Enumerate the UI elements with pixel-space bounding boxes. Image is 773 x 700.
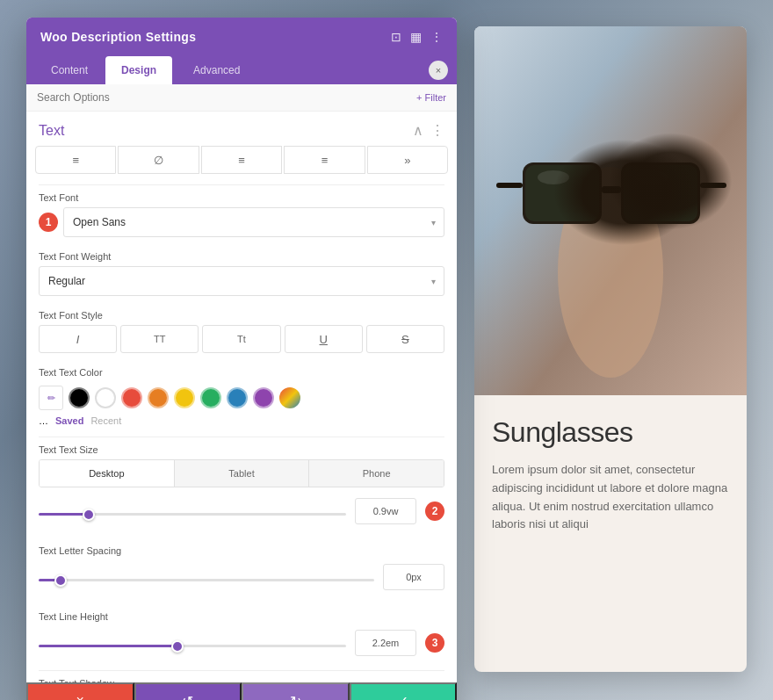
align-justify-btn[interactable]: ≡: [284, 146, 365, 174]
product-panel: Sunglasses Lorem ipsum dolor sit amet, c…: [474, 26, 747, 672]
italic-btn[interactable]: I: [39, 325, 117, 353]
color-purple[interactable]: [253, 387, 274, 408]
align-quote-btn[interactable]: »: [367, 146, 448, 174]
product-image: [474, 26, 747, 395]
text-font-group: Text Font 1 Open Sans ▾: [26, 185, 457, 244]
align-left-btn[interactable]: ≡: [35, 146, 116, 174]
text-font-weight-select[interactable]: Regular: [39, 266, 444, 296]
tab-design[interactable]: Design: [105, 56, 172, 84]
device-tabs: Desktop Tablet Phone: [39, 459, 444, 487]
color-orange[interactable]: [148, 387, 169, 408]
align-center-btn[interactable]: ∅: [118, 146, 199, 174]
color-white[interactable]: [95, 387, 116, 408]
svg-rect-8: [700, 183, 726, 188]
section-more-icon[interactable]: ⋮: [430, 122, 444, 139]
letter-spacing-slider-container: [39, 569, 374, 585]
text-font-weight-group: Text Font Weight Regular ▾: [26, 244, 457, 303]
panel-title: Woo Description Settings: [40, 30, 196, 44]
tab-content[interactable]: Content: [35, 56, 104, 84]
columns-icon[interactable]: ▦: [410, 30, 422, 44]
undo-button[interactable]: ↺: [134, 682, 242, 700]
align-right-btn[interactable]: ≡: [201, 146, 282, 174]
redo-button[interactable]: ↻: [242, 682, 350, 700]
svg-point-10: [636, 170, 668, 184]
underline-btn[interactable]: U: [285, 325, 363, 353]
responsive-icon[interactable]: ⊡: [391, 30, 401, 44]
more-icon[interactable]: ⋮: [430, 30, 443, 44]
text-font-style-group: Text Font Style I TT Tt U S: [26, 303, 457, 360]
color-picker-btn[interactable]: ✏: [39, 386, 63, 410]
more-colors-dot: …: [39, 415, 48, 426]
cancel-button[interactable]: ×: [26, 682, 134, 700]
panel-body: Text ∧ ⋮ ≡ ∅ ≡ ≡ » Text Font 1: [26, 112, 457, 682]
color-tabs: … Saved Recent: [39, 415, 444, 429]
style-buttons: I TT Tt U S: [39, 325, 444, 353]
line-height-group: Text Line Height 2.2em 3: [26, 604, 457, 670]
collapse-icon[interactable]: ∧: [413, 122, 423, 139]
letter-spacing-slider[interactable]: [39, 579, 374, 581]
close-button[interactable]: ×: [429, 61, 448, 80]
line-height-value: 2.2em: [355, 630, 416, 656]
color-tab-recent[interactable]: Recent: [90, 415, 121, 426]
color-blue[interactable]: [227, 387, 248, 408]
search-input[interactable]: [37, 91, 416, 104]
panel-header: Woo Description Settings ⊡ ▦ ⋮: [26, 18, 457, 56]
section-header: Text ∧ ⋮: [26, 112, 457, 146]
color-yellow[interactable]: [174, 387, 195, 408]
strikethrough-btn[interactable]: S: [366, 325, 444, 353]
svg-point-9: [538, 170, 569, 184]
svg-rect-7: [496, 183, 523, 188]
text-size-group: Text Text Size Desktop Tablet Phone 0.9v…: [26, 437, 457, 538]
text-font-weight-label: Text Font Weight: [39, 251, 444, 262]
device-tab-tablet[interactable]: Tablet: [175, 460, 310, 487]
alignment-row: ≡ ∅ ≡ ≡ »: [26, 146, 457, 184]
color-black[interactable]: [69, 387, 90, 408]
line-height-slider[interactable]: [39, 645, 346, 647]
text-color-group: Text Text Color ✏ … Saved Recent: [26, 360, 457, 437]
letter-spacing-slider-row: 0px: [39, 560, 444, 597]
tab-advanced[interactable]: Advanced: [177, 56, 256, 84]
color-red[interactable]: [121, 387, 142, 408]
text-size-value: 0.9vw: [355, 498, 416, 524]
text-size-slider[interactable]: [39, 513, 346, 516]
section-title: Text: [39, 123, 64, 139]
letter-spacing-group: Text Letter Spacing 0px: [26, 538, 457, 604]
line-height-slider-container: [39, 635, 346, 651]
letter-spacing-value: 0px: [383, 564, 444, 590]
svg-rect-0: [474, 26, 747, 395]
product-description: Lorem ipsum dolor sit amet, consectetur …: [492, 461, 729, 534]
text-size-slider-row: 0.9vw 2: [39, 494, 444, 531]
text-color-label: Text Text Color: [39, 367, 444, 378]
tabs-row: Content Design Advanced ×: [26, 56, 457, 84]
text-font-select[interactable]: Open Sans: [63, 207, 444, 237]
device-tab-desktop[interactable]: Desktop: [40, 460, 175, 487]
filter-button[interactable]: + Filter: [416, 92, 446, 103]
badge-2: 2: [425, 502, 444, 521]
bottom-toolbar: × ↺ ↻ ✓: [26, 682, 457, 700]
text-font-label: Text Font: [39, 192, 444, 203]
section-icons: ∧ ⋮: [413, 122, 444, 139]
save-button[interactable]: ✓: [350, 682, 458, 700]
svg-point-1: [558, 167, 663, 378]
text-size-label: Text Text Size: [39, 444, 444, 455]
svg-rect-4: [602, 186, 621, 193]
product-info: Sunglasses Lorem ipsum dolor sit amet, c…: [474, 395, 747, 548]
color-gradient[interactable]: [279, 387, 300, 408]
color-tab-saved[interactable]: Saved: [55, 415, 83, 426]
capitalize-btn[interactable]: Tt: [202, 325, 280, 353]
settings-panel: Woo Description Settings ⊡ ▦ ⋮ Content D…: [26, 18, 457, 700]
badge-3: 3: [425, 633, 444, 653]
search-bar: + Filter: [26, 84, 457, 112]
device-tab-phone[interactable]: Phone: [309, 460, 444, 487]
letter-spacing-label: Text Letter Spacing: [39, 545, 444, 556]
color-swatches: ✏: [39, 382, 444, 412]
uppercase-btn[interactable]: TT: [120, 325, 199, 353]
svg-rect-3: [525, 165, 599, 221]
line-height-slider-row: 2.2em 3: [39, 626, 444, 663]
header-icons: ⊡ ▦ ⋮: [391, 30, 443, 44]
svg-rect-6: [624, 165, 697, 221]
text-shadow-group: Text Text Shadow ⊘ aA aA: [26, 671, 457, 682]
color-green[interactable]: [200, 387, 221, 408]
text-font-style-label: Text Font Style: [39, 310, 444, 321]
svg-rect-5: [621, 162, 700, 224]
